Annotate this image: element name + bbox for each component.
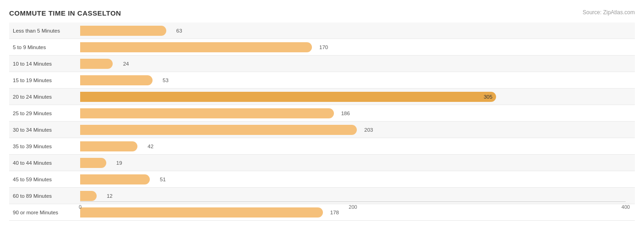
bar-label: 10 to 14 Minutes bbox=[9, 61, 80, 67]
bar-row: 35 to 39 Minutes42 bbox=[9, 138, 635, 155]
bar-row: 5 to 9 Minutes170 bbox=[9, 39, 635, 56]
bar-value: 53 bbox=[163, 78, 169, 83]
bar-row: 45 to 59 Minutes51 bbox=[9, 171, 635, 188]
bar-fill: 63 bbox=[80, 26, 166, 36]
bar-track: 203 bbox=[80, 125, 626, 135]
bar-fill: 51 bbox=[80, 174, 150, 184]
bar-track: 51 bbox=[80, 174, 626, 184]
bar-fill: 53 bbox=[80, 75, 153, 85]
bar-label: 5 to 9 Minutes bbox=[9, 45, 80, 50]
chart-area: Less than 5 Minutes635 to 9 Minutes17010… bbox=[9, 22, 635, 215]
x-axis-tick: 0 bbox=[79, 204, 82, 210]
bar-label: 15 to 19 Minutes bbox=[9, 78, 80, 83]
bar-label: 90 or more Minutes bbox=[9, 210, 80, 215]
bar-row: Less than 5 Minutes63 bbox=[9, 22, 635, 39]
bars-section: Less than 5 Minutes635 to 9 Minutes17010… bbox=[9, 22, 635, 201]
bar-label: 45 to 59 Minutes bbox=[9, 177, 80, 182]
bar-label: 40 to 44 Minutes bbox=[9, 160, 80, 166]
bar-track: 24 bbox=[80, 59, 626, 69]
bar-track: 42 bbox=[80, 141, 626, 151]
x-axis-tick: 200 bbox=[349, 204, 357, 210]
bar-fill: 170 bbox=[80, 42, 312, 52]
bar-value: 186 bbox=[341, 111, 350, 116]
bar-track: 305 bbox=[80, 92, 626, 102]
bar-row: 20 to 24 Minutes305 bbox=[9, 89, 635, 105]
bar-row: 30 to 34 Minutes203 bbox=[9, 122, 635, 138]
bar-label: Less than 5 Minutes bbox=[9, 28, 80, 33]
bar-value: 42 bbox=[147, 144, 153, 149]
bar-value: 63 bbox=[176, 28, 182, 33]
bar-row: 40 to 44 Minutes19 bbox=[9, 155, 635, 171]
bar-label: 60 to 89 Minutes bbox=[9, 193, 80, 199]
bar-value: 203 bbox=[364, 127, 373, 133]
chart-container: COMMUTE TIME IN CASSELTON Source: ZipAtl… bbox=[0, 0, 644, 240]
bar-fill: 42 bbox=[80, 141, 137, 151]
bar-track: 53 bbox=[80, 75, 626, 85]
bar-value: 170 bbox=[319, 45, 328, 50]
bar-label: 20 to 24 Minutes bbox=[9, 94, 80, 100]
bar-fill: 203 bbox=[80, 125, 357, 135]
bar-track: 12 bbox=[80, 191, 626, 201]
bar-value: 24 bbox=[123, 61, 129, 67]
chart-title: COMMUTE TIME IN CASSELTON bbox=[9, 9, 635, 17]
source-text: Source: ZipAtlas.com bbox=[583, 9, 635, 16]
bar-track: 186 bbox=[80, 108, 626, 118]
bar-fill: 186 bbox=[80, 108, 334, 118]
bar-fill: 12 bbox=[80, 191, 97, 201]
bar-label: 35 to 39 Minutes bbox=[9, 144, 80, 149]
bar-row: 15 to 19 Minutes53 bbox=[9, 72, 635, 89]
bar-value: 12 bbox=[107, 193, 113, 199]
bar-fill: 19 bbox=[80, 158, 106, 168]
bar-fill: 305 bbox=[80, 92, 496, 102]
bar-value: 51 bbox=[160, 177, 166, 182]
bar-label: 25 to 29 Minutes bbox=[9, 111, 80, 116]
bar-row: 25 to 29 Minutes186 bbox=[9, 105, 635, 122]
bar-track: 19 bbox=[80, 158, 626, 168]
bar-track: 63 bbox=[80, 26, 626, 36]
bar-row: 10 to 14 Minutes24 bbox=[9, 56, 635, 72]
x-axis: 0200400 bbox=[80, 201, 626, 215]
bar-label: 30 to 34 Minutes bbox=[9, 127, 80, 133]
bar-track: 170 bbox=[80, 42, 626, 52]
x-axis-tick: 400 bbox=[622, 204, 630, 210]
bar-value: 19 bbox=[116, 160, 122, 166]
bar-fill: 24 bbox=[80, 59, 113, 69]
bar-value: 305 bbox=[484, 94, 492, 100]
